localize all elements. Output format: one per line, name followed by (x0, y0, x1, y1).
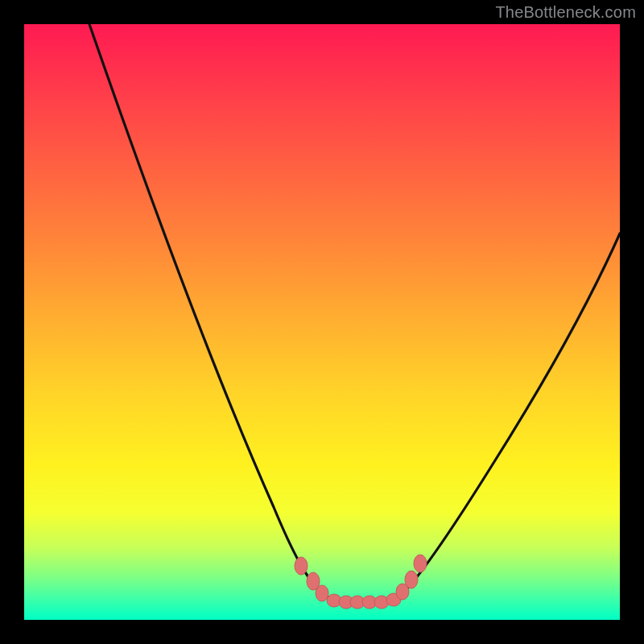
marker-group (295, 555, 427, 609)
curve-left-arm (89, 24, 320, 592)
chart-frame: TheBottleneck.com (0, 0, 644, 644)
curve-right-arm (404, 233, 620, 592)
watermark-label: TheBottleneck.com (495, 3, 636, 22)
chart-svg (24, 24, 620, 620)
marker (414, 555, 427, 572)
marker (405, 571, 418, 588)
chart-plot-area (24, 24, 620, 620)
marker (316, 585, 328, 601)
marker (295, 557, 308, 575)
